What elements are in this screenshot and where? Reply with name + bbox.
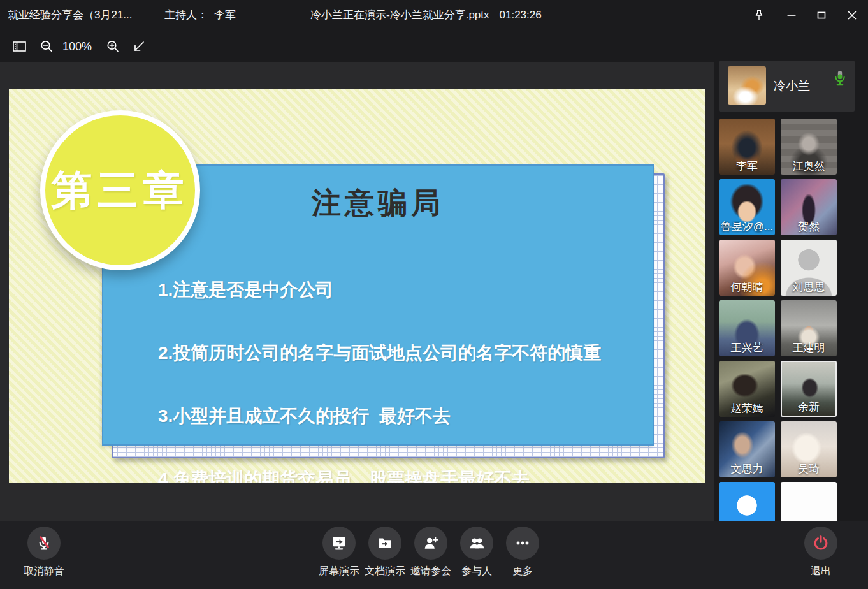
participant-tile[interactable]: 江奥然: [781, 119, 837, 175]
exit-button[interactable]: 退出: [792, 521, 850, 578]
bottom-action-bar: 取消静音 屏幕演示 文档演示: [0, 521, 868, 589]
minimize-icon[interactable]: [782, 6, 801, 24]
participant-name: 吴琦: [781, 462, 837, 476]
screen-share-icon: [322, 527, 356, 560]
participant-tile[interactable]: 余新: [781, 361, 837, 417]
participant-name: 文思力: [719, 462, 775, 476]
host-label: 主持人：李军: [164, 0, 236, 31]
host-name: 李军: [214, 9, 236, 21]
participant-tile[interactable]: 贺然: [781, 179, 837, 235]
thumbnail-panel-icon[interactable]: [11, 38, 27, 55]
chapter-badge-text: 第三章: [52, 163, 189, 218]
participant-name: 刘思思: [781, 280, 837, 294]
active-speaker-card[interactable]: 冷小兰: [719, 61, 855, 112]
slide-bullet-list: 1.注意是否是中介公司 2.投简历时公司的名字与面试地点公司的名字不符的慎重 3…: [158, 237, 601, 483]
exit-icon: [804, 527, 837, 560]
participant-name: 王兴艺: [719, 340, 775, 355]
participants-grid: 李军 江奥然 鲁昱汐@... 贺然 何朝晴 刘思思 王兴艺 王建明 赵荣嫣 余新…: [719, 119, 840, 521]
more-label: 更多: [494, 565, 551, 578]
participant-tile[interactable]: 王兴艺: [719, 300, 775, 356]
unmute-label: 取消静音: [15, 565, 73, 578]
meeting-title: 就业经验分享会（3月21...: [8, 0, 133, 31]
presentation-viewport: 注意骗局 1.注意是否是中介公司 2.投简历时公司的名字与面试地点公司的名字不符…: [0, 62, 714, 521]
presenting-file: 冷小兰正在演示-冷小兰就业分享.pptx: [310, 9, 489, 21]
document-toolbar: 100%: [0, 31, 714, 62]
host-prefix: 主持人：: [164, 9, 208, 21]
zoom-in-icon[interactable]: [105, 38, 121, 55]
participant-name: 李军: [719, 159, 775, 173]
participant-name: 江奥然: [781, 159, 837, 173]
fit-screen-icon[interactable]: [131, 38, 147, 55]
participant-tile[interactable]: 何朝晴: [719, 240, 775, 296]
invite-icon: [414, 527, 447, 560]
participant-tile[interactable]: 刘思思: [781, 240, 837, 296]
participants-icon: [460, 527, 493, 560]
slide-canvas: 注意骗局 1.注意是否是中介公司 2.投简历时公司的名字与面试地点公司的名字不符…: [9, 89, 705, 483]
slide-bullet: 2.投简历时公司的名字与面试地点公司的名字不符的慎重: [158, 342, 601, 363]
participant-tile[interactable]: 文思力: [719, 421, 775, 477]
window-title-bar: 就业经验分享会（3月21... 主持人：李军 冷小兰正在演示-冷小兰就业分享.p…: [0, 0, 868, 31]
doc-share-icon: [368, 527, 401, 560]
participant-name: 鲁昱汐@...: [719, 219, 775, 234]
participant-name: 贺然: [781, 219, 837, 234]
participant-tile[interactable]: [781, 482, 837, 521]
slide-bullet: 3.小型并且成立不久的投行 最好不去: [158, 405, 601, 426]
participant-tile[interactable]: 王建明: [781, 300, 837, 356]
exit-label: 退出: [792, 565, 850, 578]
participant-tile[interactable]: 赵荣嫣: [719, 361, 775, 417]
elapsed-timer: 01:23:26: [500, 9, 542, 21]
zoom-out-icon[interactable]: [38, 38, 55, 55]
participant-tile[interactable]: [719, 482, 775, 521]
presenting-title: 冷小兰正在演示-冷小兰就业分享.pptx01:23:26: [310, 0, 542, 31]
chapter-badge: 第三章: [40, 110, 200, 270]
participant-tile[interactable]: 鲁昱汐@...: [719, 179, 775, 235]
participant-name: 何朝晴: [719, 280, 775, 294]
participant-name: 王建明: [781, 340, 837, 355]
mic-active-icon: [832, 69, 848, 89]
avatar: [728, 66, 766, 105]
participant-name: 赵荣嫣: [719, 401, 775, 416]
participants-sidebar: 冷小兰 李军 江奥然 鲁昱汐@... 贺然 何朝晴 刘思思 王兴艺 王建明 赵荣…: [714, 31, 868, 521]
mic-muted-icon: [27, 527, 61, 560]
zoom-level[interactable]: 100%: [62, 38, 101, 55]
close-icon[interactable]: [843, 6, 862, 24]
participant-tile[interactable]: 李军: [719, 119, 775, 175]
more-icon: [506, 527, 539, 560]
active-speaker-name: 冷小兰: [774, 61, 810, 112]
pin-icon[interactable]: [749, 6, 769, 24]
maximize-icon[interactable]: [812, 6, 831, 24]
participant-tile[interactable]: 吴琦: [781, 421, 837, 477]
slide-bullet: 1.注意是否是中介公司: [158, 279, 601, 300]
unmute-button[interactable]: 取消静音: [15, 521, 73, 578]
participant-name: 余新: [782, 400, 835, 414]
more-button[interactable]: 更多: [494, 521, 551, 578]
slide-bullet: 4.免费培训的期货交易员、股票操盘手最好不去: [158, 469, 601, 483]
